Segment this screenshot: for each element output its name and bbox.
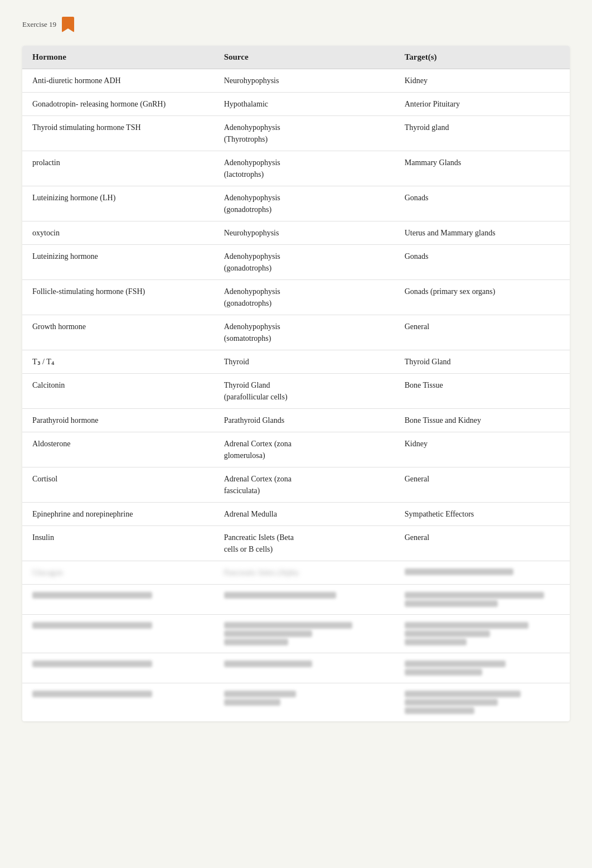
source-cell: Hypothalamic [214,93,395,116]
table-row: InsulinPancreatic Islets (Beta cells or … [22,526,570,561]
source-cell: Adenohypophysis (gonadotrophs) [214,245,395,280]
source-cell: Adrenal Cortex (zona glomerulosa) [214,432,395,467]
target-cell: Gonads [395,245,570,280]
source-cell: Adrenal Cortex (zona fasciculata) [214,467,395,503]
source-cell: Neurohypophysis [214,69,395,93]
target-cell: Anterior Pituitary [395,93,570,116]
column-header-hormone: Hormone [22,46,214,69]
table-row: CalcitoninThyroid Gland (parafollicular … [22,374,570,409]
target-cell: Mammary Glands [395,151,570,186]
table-row: AldosteroneAdrenal Cortex (zona glomerul… [22,432,570,467]
hormone-cell: Gonadotropin- releasing hormone (GnRH) [22,93,214,116]
target-cell: General [395,315,570,350]
source-cell: Adenohypophysis (gonadotrophs) [214,186,395,221]
source-cell: Thyroid Gland (parafollicular cells) [214,374,395,409]
column-header-source: Source [214,46,395,69]
hormone-cell [22,585,214,615]
hormone-cell [22,615,214,653]
hormone-cell: Cortisol [22,467,214,503]
target-cell: Bone Tissue [395,374,570,409]
source-cell [214,683,395,722]
table-row: Luteinizing hormone (LH)Adenohypophysis … [22,186,570,221]
target-cell: Gonads (primary sex organs) [395,280,570,315]
table-row: CortisolAdrenal Cortex (zona fasciculata… [22,467,570,503]
hormone-cell: Follicle-stimulating hormone (FSH) [22,280,214,315]
table-row: oxytocinNeurohypophysisUterus and Mammar… [22,221,570,245]
table-row: Epinephrine and norepinephrineAdrenal Me… [22,503,570,526]
table-header-row: Hormone Source Target(s) [22,46,570,69]
source-cell [214,615,395,653]
target-cell [395,561,570,585]
hormone-cell: Parathyroid hormone [22,409,214,432]
table-row: Anti-diuretic hormone ADHNeurohypophysis… [22,69,570,93]
hormone-cell [22,653,214,683]
target-cell: Uterus and Mammary glands [395,221,570,245]
hormone-cell: Growth hormone [22,315,214,350]
source-cell: Adenohypophysis (lactotrophs) [214,151,395,186]
target-cell [395,683,570,722]
source-cell: Thyroid [214,350,395,374]
source-cell: Adenohypophysis (gonadotrophs) [214,280,395,315]
table-row: Luteinizing hormoneAdenohypophysis (gona… [22,245,570,280]
table-row [22,683,570,722]
source-cell: Pancreatic Islets (Beta cells or B cells… [214,526,395,561]
source-cell [214,653,395,683]
hormone-cell: Thyroid stimulating hormone TSH [22,116,214,151]
target-cell [395,653,570,683]
target-cell: Gonads [395,186,570,221]
source-cell: Adrenal Medulla [214,503,395,526]
hormone-cell: Luteinizing hormone (LH) [22,186,214,221]
table-row: Growth hormoneAdenohypophysis (somatotro… [22,315,570,350]
bookmark-icon [62,17,74,32]
table-row: Follicle-stimulating hormone (FSH)Adenoh… [22,280,570,315]
hormone-cell: T₃ / T₄ [22,350,214,374]
table-row [22,615,570,653]
hormone-cell: Calcitonin [22,374,214,409]
target-cell: Bone Tissue and Kidney [395,409,570,432]
hormone-cell: Insulin [22,526,214,561]
source-cell [214,585,395,615]
source-cell: Neurohypophysis [214,221,395,245]
target-cell: Thyroid Gland [395,350,570,374]
source-cell: Adenohypophysis (Thyrotrophs) [214,116,395,151]
page-header: Exercise 19 [22,17,570,32]
table-row: Parathyroid hormoneParathyroid GlandsBon… [22,409,570,432]
hormone-cell: Anti-diuretic hormone ADH [22,69,214,93]
table-row: Gonadotropin- releasing hormone (GnRH)Hy… [22,93,570,116]
source-cell: Parathyroid Glands [214,409,395,432]
target-cell: General [395,526,570,561]
target-cell: Thyroid gland [395,116,570,151]
target-cell: Sympathetic Effectors [395,503,570,526]
target-cell [395,615,570,653]
table-row: Thyroid stimulating hormone TSHAdenohypo… [22,116,570,151]
target-cell: Kidney [395,69,570,93]
target-cell: Kidney [395,432,570,467]
table-row [22,653,570,683]
hormone-cell: oxytocin [22,221,214,245]
source-cell: Adenohypophysis (somatotrophs) [214,315,395,350]
table-row: prolactinAdenohypophysis (lactotrophs)Ma… [22,151,570,186]
column-header-target: Target(s) [395,46,570,69]
hormone-table: Hormone Source Target(s) Anti-diuretic h… [22,46,570,721]
hormone-cell: prolactin [22,151,214,186]
hormone-cell: Aldosterone [22,432,214,467]
source-cell: Pancreatic Islets (Alpha [214,561,395,585]
hormone-cell: Glucagon [22,561,214,585]
table-row [22,585,570,615]
exercise-label: Exercise 19 [22,20,56,29]
table-row: GlucagonPancreatic Islets (Alpha [22,561,570,585]
table-row: T₃ / T₄ThyroidThyroid Gland [22,350,570,374]
hormone-cell: Epinephrine and norepinephrine [22,503,214,526]
target-cell: General [395,467,570,503]
hormone-table-wrapper: Hormone Source Target(s) Anti-diuretic h… [22,46,570,721]
target-cell [395,585,570,615]
hormone-cell [22,683,214,722]
hormone-cell: Luteinizing hormone [22,245,214,280]
